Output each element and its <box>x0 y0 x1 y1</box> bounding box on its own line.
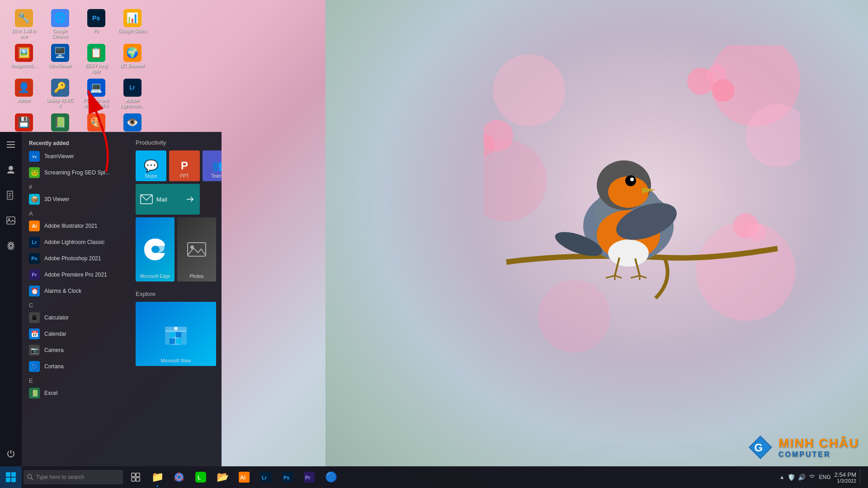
minh-chau-logo: G MINH CHÂU COMPUTER <box>747 434 859 461</box>
app-excel[interactable]: 📗 Excel <box>22 385 130 401</box>
desktop-icon-google-chrome[interactable]: 🌐 Google Chrome <box>45 9 75 39</box>
app-alarms-clock[interactable]: ⏰ Alarms & Clock <box>22 283 130 299</box>
app-adobe-illustrator[interactable]: Ai Adobe Illustrator 2021 <box>22 218 130 234</box>
svg-line-22 <box>631 276 640 278</box>
desktop-icon-pc-allinone[interactable]: 💻 PC all in one MFC 343P4 <box>81 79 111 109</box>
3d-viewer-label: 3D Viewer <box>44 196 69 202</box>
show-desktop-button[interactable] <box>860 469 863 485</box>
app-adobe-premiere[interactable]: Pr Adobe Premiere Pro 2021 <box>22 267 130 283</box>
desktop-icon-besy[interactable]: 📋 BESY hmg nply <box>81 44 111 74</box>
taskbar-app-line[interactable]: L <box>190 466 212 488</box>
taskbar-clock[interactable]: 2:54 PM 1/3/2022 <box>835 471 856 483</box>
app-3d-viewer[interactable]: 📦 3D Viewer <box>22 191 130 207</box>
taskbar-app-filemanager[interactable]: 📂 <box>212 466 233 488</box>
calculator-icon: 🖩 <box>29 312 40 323</box>
sidebar-power-icon[interactable] <box>3 446 19 462</box>
svg-rect-66 <box>136 478 140 481</box>
photoshop-taskbar-icon: Ps <box>282 472 293 483</box>
svg-rect-35 <box>7 147 15 148</box>
svg-text:L: L <box>198 474 201 481</box>
tile-photos[interactable]: Photos <box>177 217 216 282</box>
sidebar-pictures-icon[interactable] <box>3 212 19 229</box>
screaming-frog-icon: 🐸 <box>29 167 40 178</box>
logo-company-name: MINH CHÂU <box>778 436 859 450</box>
sidebar-hamburger-icon[interactable] <box>3 136 19 153</box>
tray-expand-icon[interactable]: ▲ <box>779 474 785 480</box>
search-bar[interactable]: Type here to search <box>24 470 123 484</box>
svg-rect-54 <box>176 332 181 338</box>
taskbar-app-chrome[interactable] <box>168 466 190 488</box>
svg-rect-33 <box>7 141 15 142</box>
svg-point-31 <box>748 224 766 242</box>
taskbar-app-illustrator[interactable]: Ai <box>233 466 255 488</box>
svg-point-36 <box>9 166 13 170</box>
tile-powerpoint[interactable]: P PPT <box>169 150 200 181</box>
desktop-icon-unkey[interactable]: 🔑 Unkey 43 RC 4 <box>45 79 75 109</box>
section-c: C <box>22 299 130 310</box>
app-adobe-lightroom[interactable]: Lr Adobe Lightroom Classic <box>22 234 130 250</box>
search-icon <box>27 474 33 480</box>
photos-label: Photos <box>177 274 216 279</box>
desktop-icon-ultraviewer[interactable]: 🖥️ UltraViewer <box>45 44 75 74</box>
svg-point-27 <box>712 79 735 102</box>
photos-icon <box>185 238 208 261</box>
app-camera[interactable]: 📷 Camera <box>22 342 130 358</box>
sidebar-documents-icon[interactable] <box>3 187 19 203</box>
sidebar-settings-icon[interactable] <box>3 238 19 254</box>
adobe-premiere-icon: Pr <box>29 269 40 280</box>
app-list-panel: Recently added TV TeamViewer 🐸 Screaming… <box>22 132 130 466</box>
tile-teams[interactable]: 👥 Teams <box>203 150 222 181</box>
taskbar-app-premiere[interactable]: Pr <box>298 466 320 488</box>
premiere-taskbar-icon: Pr <box>304 472 315 483</box>
tray-security-icon[interactable]: 🛡️ <box>788 474 795 481</box>
app-calculator[interactable]: 🖩 Calculator <box>22 310 130 326</box>
app-cortana[interactable]: 🔵 Cortana <box>22 358 130 375</box>
app-calendar[interactable]: 📅 Calendar <box>22 326 130 342</box>
desktop-icon-admin[interactable]: 👤 Admin <box>9 79 38 109</box>
desktop-icon-google-slides[interactable]: 📊 Google Slides <box>118 9 147 39</box>
desktop-icon-all-in-one[interactable]: 🔧 10 in 1 All in one <box>9 9 38 39</box>
cortana-icon: 🔵 <box>29 361 40 372</box>
svg-point-12 <box>625 175 636 186</box>
svg-rect-64 <box>136 473 140 477</box>
recently-added-header: Recently added <box>22 136 130 148</box>
store-label: Microsoft Store <box>136 358 216 363</box>
svg-rect-53 <box>170 332 175 338</box>
camera-icon: 📷 <box>29 345 40 356</box>
desktop-icon-ps[interactable]: Ps Ps <box>81 9 111 39</box>
tile-microsoft-edge[interactable]: Microsoft Edge <box>136 217 175 282</box>
app-teamviewer[interactable]: TV TeamViewer <box>22 148 130 164</box>
productivity-title: Productivity <box>136 139 216 146</box>
taskbar: Type here to search 📁 <box>0 466 868 488</box>
language-indicator[interactable]: ENG <box>819 474 831 480</box>
svg-text:Pr: Pr <box>305 475 311 480</box>
taskbar-app-misc[interactable]: 🔵 <box>320 466 342 488</box>
tile-skype[interactable]: 💬 Skype <box>136 150 166 181</box>
desktop-icon-imagecomp[interactable]: 🖼️ Imagecomi... <box>9 44 38 74</box>
start-button[interactable] <box>0 466 22 488</box>
app-screaming-frog[interactable]: 🐸 Screaming Frog SEO Spi... <box>22 164 130 181</box>
svg-rect-41 <box>7 217 15 224</box>
tray-volume-icon[interactable]: 🔊 <box>798 474 806 481</box>
desktop-icon-lightroom[interactable]: Lr Adobe Lightroom... <box>118 79 147 109</box>
adobe-lightroom-icon: Lr <box>29 237 40 248</box>
app-adobe-photoshop[interactable]: Ps Adobe Photoshop 2021 <box>22 250 130 267</box>
adobe-photoshop-icon: Ps <box>29 253 40 264</box>
sidebar-user-icon[interactable] <box>3 162 19 178</box>
svg-rect-58 <box>11 472 16 477</box>
adobe-premiere-label: Adobe Premiere Pro 2021 <box>44 272 107 278</box>
active-indicator <box>156 485 158 487</box>
bird-illustration <box>484 45 800 361</box>
taskbar-app-explorer[interactable]: 📁 <box>146 466 168 488</box>
desktop-icons-grid: 🔧 10 in 1 All in one 🌐 Google Chrome Ps … <box>5 5 154 148</box>
tile-mail[interactable]: Mail <box>136 184 200 215</box>
taskbar-task-view[interactable] <box>125 466 146 488</box>
tray-network-icon[interactable] <box>808 474 816 481</box>
tile-microsoft-store[interactable]: Microsoft Store <box>136 302 216 366</box>
line-icon: L <box>195 472 206 483</box>
desktop-icon-uc-browser[interactable]: 🌍 UC Browser <box>118 44 147 74</box>
taskbar-app-photoshop[interactable]: Ps <box>277 466 298 488</box>
svg-text:Ai: Ai <box>240 474 245 481</box>
taskbar-app-lightroom[interactable]: Lr <box>255 466 277 488</box>
logo-diamond-icon: G <box>747 434 774 461</box>
